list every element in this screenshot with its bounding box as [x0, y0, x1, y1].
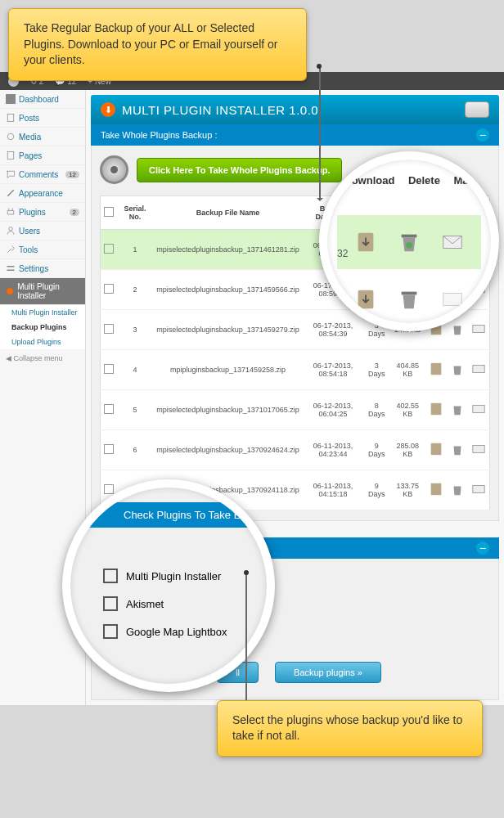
take-whole-backup-button[interactable]: Click Here To Take Whole Plugins Backup. — [137, 158, 342, 182]
svg-rect-27 — [402, 292, 417, 295]
cell-datetime: 06-11-2013, 04:23:44 — [303, 430, 363, 470]
mail-icon[interactable] — [471, 442, 486, 456]
mail-icon[interactable] — [471, 321, 486, 336]
cell-size: 404.85 KB — [390, 350, 425, 390]
download-icon[interactable] — [353, 287, 378, 312]
svg-point-4 — [9, 227, 13, 231]
cell-datetime: 06-17-2013, 08:54:39 — [303, 310, 363, 350]
header-toggle-button[interactable] — [465, 101, 489, 118]
cell-datetime: 06-12-2013, 06:04:25 — [303, 390, 363, 430]
plugin-checkbox[interactable] — [103, 596, 118, 611]
callout-bottom-text: Select the plugins whose backup you'd li… — [232, 712, 467, 744]
collapse-icon[interactable]: − — [476, 542, 489, 555]
sidebar-item-comments[interactable]: Comments12 — [0, 165, 85, 184]
connector-line — [245, 573, 247, 712]
cell-serial: 2 — [117, 270, 153, 310]
mail-icon[interactable] — [440, 230, 465, 254]
cell-filename: mpiselectedpluginsbackup_1371459279.zip — [153, 310, 303, 350]
download-icon[interactable] — [429, 402, 443, 416]
svg-rect-20 — [431, 483, 442, 495]
sidebar-item-media[interactable]: Media — [0, 128, 85, 146]
sidebar-item-tools[interactable]: Tools — [0, 240, 85, 259]
sidebar-item-plugins[interactable]: Plugins2 — [0, 203, 85, 222]
row-checkbox[interactable] — [104, 364, 114, 374]
mail-icon[interactable] — [471, 482, 486, 497]
plugin-label: Google Map Lightbox — [126, 626, 227, 638]
backup-plugins-button[interactable]: Backup plugins » — [275, 662, 381, 683]
mag-col-download: Download — [344, 174, 394, 187]
mail-icon[interactable] — [471, 402, 486, 416]
cell-size: 402.55 KB — [390, 390, 425, 430]
connector-dot — [317, 64, 322, 69]
cell-size: 285.08 KB — [390, 430, 425, 470]
plugin-header: ⬇ MULTI PLUGIN INSTALLER 1.0.0 — [91, 95, 499, 124]
download-icon[interactable] — [429, 482, 443, 497]
download-icon[interactable] — [353, 230, 378, 254]
delete-icon[interactable] — [450, 321, 465, 336]
delete-icon[interactable] — [397, 230, 421, 254]
svg-rect-0 — [6, 94, 16, 104]
cell-serial: 4 — [117, 350, 153, 390]
plugin-item: Google Map Lightbox — [103, 624, 267, 639]
svg-rect-15 — [473, 366, 484, 373]
col-name: Backup File Name — [153, 196, 303, 230]
sidebar-sub-backup[interactable]: Backup Plugins — [0, 320, 85, 335]
sidebar-item-appearance[interactable]: Appearance — [0, 184, 85, 203]
mag-size-value: 32 — [337, 248, 348, 259]
row-checkbox[interactable] — [104, 284, 114, 294]
svg-point-24 — [406, 242, 412, 249]
table-row: 4 mpipluginsbackup_1371459258.zip 06-17-… — [101, 350, 490, 390]
mag-col-delete: Delete — [408, 174, 440, 187]
delete-icon[interactable] — [450, 482, 465, 497]
sidebar-sub-mpi[interactable]: Multi Plugin Installer — [0, 305, 85, 320]
select-all-checkbox[interactable] — [104, 207, 114, 217]
row-checkbox[interactable] — [104, 404, 114, 414]
svg-rect-13 — [473, 326, 484, 333]
delete-icon[interactable] — [450, 362, 465, 376]
mail-icon[interactable] — [440, 287, 465, 312]
sidebar-item-dashboard[interactable]: Dashboard — [0, 90, 85, 109]
section-whole-backup-header: Take Whole Plugins Backup : − — [91, 124, 499, 146]
callout-top-text: Take Regular Backup of your ALL or Selec… — [24, 20, 291, 69]
sidebar-sub-upload[interactable]: Upload Plugins — [0, 335, 85, 349]
collapse-menu[interactable]: ◀ Collapse menu — [0, 349, 85, 367]
svg-rect-5 — [7, 266, 15, 267]
sidebar-item-settings[interactable]: Settings — [0, 259, 85, 278]
callout-top: Take Regular Backup of your ALL or Selec… — [8, 8, 307, 81]
connector-line — [319, 65, 321, 200]
delete-icon[interactable] — [450, 442, 465, 456]
magnifier-plugin-select: Check Plugins To Take Ba Multi Plugin In… — [62, 479, 275, 692]
cell-age: 3 Days — [363, 350, 390, 390]
plugin-checkbox[interactable] — [103, 569, 118, 583]
delete-icon[interactable] — [450, 402, 465, 416]
plugin-checkbox[interactable] — [103, 624, 118, 639]
svg-point-7 — [7, 288, 13, 294]
row-checkbox[interactable] — [104, 324, 114, 334]
svg-rect-6 — [7, 270, 15, 272]
svg-rect-28 — [443, 294, 462, 306]
row-checkbox[interactable] — [104, 484, 114, 494]
download-icon[interactable] — [429, 442, 443, 456]
sidebar-item-posts[interactable]: Posts — [0, 109, 85, 128]
cell-serial: 6 — [117, 430, 153, 470]
section-title: Take Whole Plugins Backup : — [101, 130, 217, 140]
cell-filename: mpiselectedpluginsbackup_1371017065.zip — [153, 390, 303, 430]
mail-icon[interactable] — [471, 362, 486, 376]
sidebar-item-users[interactable]: Users — [0, 222, 85, 240]
collapse-icon[interactable]: − — [476, 128, 489, 142]
cell-size: 133.75 KB — [390, 470, 425, 510]
cell-filename: mpiselectedpluginsbackup_1371461281.zip — [153, 230, 303, 270]
delete-icon[interactable] — [397, 287, 421, 312]
callout-bottom: Select the plugins whose backup you'd li… — [217, 700, 483, 757]
cell-filename: mpipluginsbackup_1371459258.zip — [153, 350, 303, 390]
row-checkbox[interactable] — [104, 244, 114, 254]
mag2-header: Check Plugins To Take Ba — [70, 502, 267, 528]
row-checkbox[interactable] — [104, 444, 114, 454]
sidebar-item-pages[interactable]: Pages — [0, 146, 85, 165]
svg-rect-19 — [473, 446, 484, 453]
sidebar-item-mpi[interactable]: Multi Plugin Installer — [0, 278, 85, 305]
cell-datetime: 06-17-2013, 08:54:18 — [303, 350, 363, 390]
plugin-item: Multi Plugin Installer — [103, 569, 267, 583]
plugin-item: Akismet — [103, 596, 267, 611]
download-icon[interactable] — [429, 362, 443, 376]
